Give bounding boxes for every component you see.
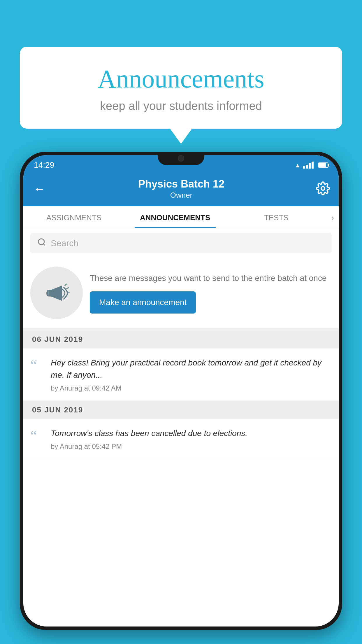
phone-screen: 14:29 ▴ <box>23 155 339 626</box>
date-separator-1: 06 JUN 2019 <box>23 330 339 349</box>
signal-bar-2 <box>306 165 308 169</box>
quote-icon-1: “ <box>30 358 45 373</box>
announcement-item-2[interactable]: “ Tomorrow's class has been cancelled du… <box>23 419 339 459</box>
status-time: 14:29 <box>34 160 54 170</box>
bubble-title: Announcements <box>37 64 325 94</box>
svg-line-3 <box>65 284 66 286</box>
signal-bar-3 <box>309 163 311 169</box>
announcement-text-2: Tomorrow's class has been cancelled due … <box>51 427 332 440</box>
tab-tests[interactable]: TESTS <box>226 206 327 228</box>
announcement-icon-circle <box>30 267 83 319</box>
header-title: Physics Batch 12 <box>47 178 316 190</box>
announcement-item-1[interactable]: “ Hey class! Bring your practical record… <box>23 349 339 401</box>
back-button[interactable]: ← <box>32 181 47 197</box>
date-separator-2: 05 JUN 2019 <box>23 401 339 419</box>
signal-bar-1 <box>303 166 305 169</box>
promo-right: These are messages you want to send to t… <box>90 272 332 314</box>
svg-point-1 <box>38 239 44 245</box>
announcement-content-1: Hey class! Bring your practical record b… <box>51 357 332 392</box>
quote-icon-2: “ <box>30 428 45 444</box>
header-center: Physics Batch 12 Owner <box>47 178 316 200</box>
announcement-meta-2: by Anurag at 05:42 PM <box>51 442 332 451</box>
status-icons: ▴ <box>296 161 328 169</box>
signal-bars <box>303 162 314 169</box>
gear-icon <box>316 181 330 195</box>
speech-bubble-container: Announcements keep all your students inf… <box>20 47 342 129</box>
megaphone-icon <box>42 278 71 307</box>
speech-bubble: Announcements keep all your students inf… <box>20 47 342 129</box>
svg-line-2 <box>43 244 45 245</box>
search-placeholder: Search <box>51 238 78 248</box>
svg-line-4 <box>67 288 68 289</box>
phone: 14:29 ▴ <box>20 152 342 630</box>
svg-point-0 <box>321 187 325 190</box>
announcement-text-1: Hey class! Bring your practical record b… <box>51 357 332 381</box>
settings-button[interactable] <box>316 181 330 197</box>
announcement-meta-1: by Anurag at 09:42 AM <box>51 384 332 392</box>
tabs-bar: ASSIGNMENTS ANNOUNCEMENTS TESTS › <box>23 206 339 228</box>
battery-icon <box>318 162 328 168</box>
search-bar[interactable]: Search <box>30 233 332 253</box>
search-container: Search <box>23 228 339 258</box>
search-icon <box>37 238 46 249</box>
announcement-content-2: Tomorrow's class has been cancelled due … <box>51 427 332 451</box>
bubble-subtitle: keep all your students informed <box>37 99 325 113</box>
phone-container: 14:29 ▴ <box>20 152 342 644</box>
promo-card: These are messages you want to send to t… <box>23 258 339 330</box>
tab-more[interactable]: › <box>327 206 339 228</box>
battery-fill <box>319 163 326 167</box>
make-announcement-button[interactable]: Make an announcement <box>90 291 196 314</box>
signal-bar-4 <box>312 162 314 169</box>
tab-announcements[interactable]: ANNOUNCEMENTS <box>124 206 226 228</box>
app-header: ← Physics Batch 12 Owner <box>23 173 339 206</box>
wifi-icon: ▴ <box>296 161 299 169</box>
notch <box>158 152 204 165</box>
header-subtitle: Owner <box>47 191 316 200</box>
notch-camera <box>178 155 184 162</box>
tab-assignments[interactable]: ASSIGNMENTS <box>23 206 124 228</box>
promo-description: These are messages you want to send to t… <box>90 272 332 284</box>
